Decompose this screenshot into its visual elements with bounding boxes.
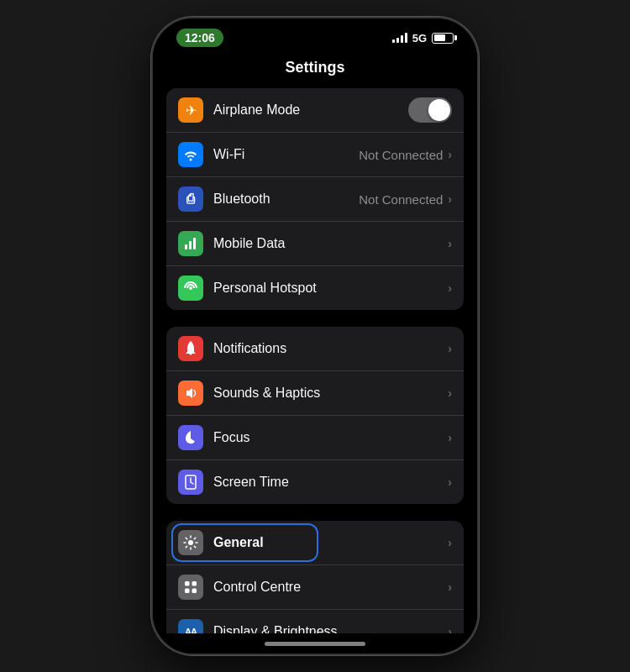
settings-item-bluetooth[interactable]: ⎙ Bluetooth Not Connected › <box>166 177 464 222</box>
wifi-icon <box>178 142 203 167</box>
notifications-label: Notifications <box>213 341 448 356</box>
wifi-label: Wi-Fi <box>213 147 359 162</box>
settings-item-screen-time[interactable]: Screen Time › <box>166 460 464 504</box>
notifications-chevron-icon: › <box>448 342 452 355</box>
airplane-mode-toggle[interactable] <box>408 97 452 123</box>
mobile-data-icon <box>178 231 203 256</box>
screen-time-icon <box>178 470 203 495</box>
notifications-icon <box>178 336 203 361</box>
settings-item-sounds-haptics[interactable]: Sounds & Haptics › <box>166 371 464 416</box>
svg-rect-2 <box>193 238 196 249</box>
settings-item-control-centre[interactable]: Control Centre › <box>166 565 464 610</box>
mobile-data-chevron-icon: › <box>448 237 452 250</box>
settings-item-wifi[interactable]: Wi-Fi Not Connected › <box>166 133 464 177</box>
settings-item-notifications[interactable]: Notifications › <box>166 327 464 371</box>
bluetooth-label: Bluetooth <box>213 192 359 207</box>
svg-rect-9 <box>185 589 190 594</box>
signal-bars-icon <box>392 33 407 43</box>
signal-bar-3 <box>401 35 403 43</box>
svg-rect-1 <box>189 241 192 249</box>
status-time: 12:06 <box>176 29 223 47</box>
mobile-data-label: Mobile Data <box>213 236 448 251</box>
svg-rect-0 <box>185 244 187 249</box>
battery-fill <box>434 34 446 41</box>
network-type: 5G <box>412 32 427 45</box>
settings-group-general: General › Control Centre › <box>166 521 464 633</box>
personal-hotspot-icon <box>178 276 203 301</box>
signal-bar-1 <box>392 39 395 43</box>
personal-hotspot-chevron-icon: › <box>448 281 452 295</box>
airplane-mode-label: Airplane Mode <box>213 102 408 118</box>
settings-item-personal-hotspot[interactable]: Personal Hotspot › <box>166 266 464 310</box>
display-brightness-chevron-icon: › <box>448 625 452 633</box>
wifi-value: Not Connected <box>359 148 443 162</box>
airplane-mode-icon: ✈ <box>178 97 203 123</box>
status-right: 5G <box>392 32 454 45</box>
general-label: General <box>213 535 448 550</box>
control-centre-label: Control Centre <box>213 580 448 595</box>
settings-group-connectivity: ✈ Airplane Mode Wi-Fi Not Connected <box>166 88 464 310</box>
settings-group-notifications: Notifications › Sounds & Haptics › <box>166 327 464 504</box>
airplane-mode-toggle-knob <box>428 99 450 121</box>
settings-item-focus[interactable]: Focus › <box>166 416 464 460</box>
signal-bar-2 <box>396 38 399 43</box>
home-bar <box>265 642 365 646</box>
sounds-haptics-label: Sounds & Haptics <box>213 386 448 401</box>
general-chevron-icon: › <box>448 536 452 549</box>
svg-point-3 <box>189 286 192 290</box>
svg-marker-4 <box>186 388 192 398</box>
wifi-chevron-icon: › <box>448 148 452 161</box>
home-indicator <box>153 633 477 654</box>
battery-icon <box>432 33 454 44</box>
personal-hotspot-label: Personal Hotspot <box>213 281 448 296</box>
phone-inner: 12:06 5G Settings <box>153 18 477 654</box>
focus-chevron-icon: › <box>448 431 452 444</box>
sounds-haptics-icon <box>178 381 203 406</box>
screen-time-label: Screen Time <box>213 475 448 490</box>
settings-item-display-brightness[interactable]: AA Display & Brightness › <box>166 610 464 633</box>
page-header: Settings <box>153 52 477 88</box>
svg-rect-10 <box>192 589 197 594</box>
display-brightness-label: Display & Brightness <box>213 624 448 633</box>
signal-bar-4 <box>405 33 407 43</box>
control-centre-icon <box>178 575 203 600</box>
bluetooth-chevron-icon: › <box>448 192 452 206</box>
bluetooth-value: Not Connected <box>359 192 443 207</box>
svg-point-6 <box>188 540 193 545</box>
settings-item-general[interactable]: General › <box>166 521 464 565</box>
scroll-content[interactable]: ✈ Airplane Mode Wi-Fi Not Connected <box>153 88 477 633</box>
focus-icon <box>178 425 203 450</box>
control-centre-chevron-icon: › <box>448 580 452 594</box>
settings-item-airplane-mode[interactable]: ✈ Airplane Mode <box>166 88 464 133</box>
status-bar: 12:06 5G <box>153 18 477 52</box>
settings-item-mobile-data[interactable]: Mobile Data › <box>166 222 464 266</box>
svg-rect-7 <box>185 581 190 586</box>
svg-rect-8 <box>192 581 197 586</box>
screen-time-chevron-icon: › <box>448 475 452 489</box>
page-title: Settings <box>153 59 477 76</box>
sounds-haptics-chevron-icon: › <box>448 386 452 400</box>
phone-frame: 12:06 5G Settings <box>151 17 479 655</box>
focus-label: Focus <box>213 430 448 445</box>
bluetooth-icon: ⎙ <box>178 186 203 212</box>
general-icon <box>178 530 203 555</box>
display-brightness-icon: AA <box>178 619 203 633</box>
